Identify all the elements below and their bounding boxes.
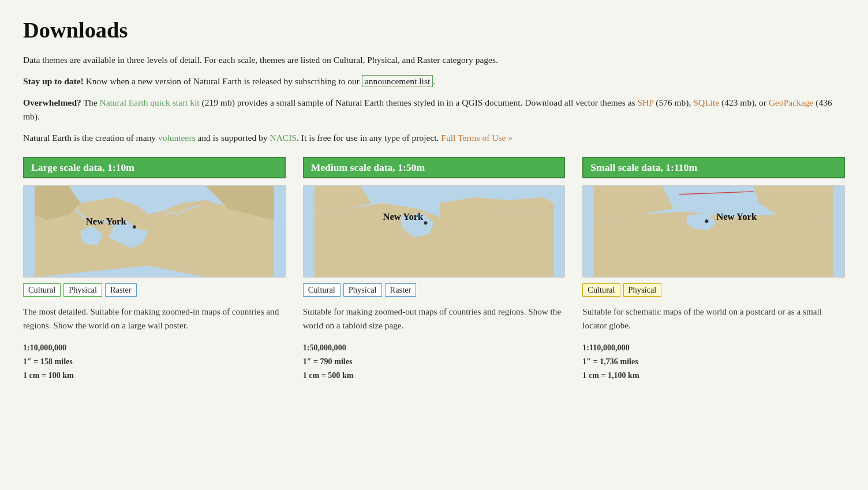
small-scale-tags: Cultural Physical [582,283,845,297]
small-scale-stats: 1:110,000,000 1″ = 1,736 miles 1 cm = 1,… [582,341,845,383]
small-physical-tag[interactable]: Physical [623,283,662,297]
volunteers-link[interactable]: volunteers [158,133,196,143]
svg-text:New York: New York [86,216,127,227]
svg-text:New York: New York [383,211,424,222]
large-scale-stats: 1:10,000,000 1″ = 158 miles 1 cm = 100 k… [23,341,286,383]
svg-point-15 [424,221,427,225]
medium-scale-stats: 1:50,000,000 1″ = 790 miles 1 cm = 500 k… [303,341,566,383]
svg-text:New York: New York [717,211,758,222]
small-scale-header: Small scale data, 1:110m [582,157,845,178]
sqlite-link[interactable]: SQLite [693,98,719,107]
svg-point-23 [705,219,709,223]
medium-scale-tags: Cultural Physical Raster [303,283,566,297]
large-raster-tag[interactable]: Raster [105,283,137,297]
large-scale-map: New York [23,185,286,278]
small-scale-map: New York [582,185,845,278]
intro-paragraph-overwhelmed: Overwhelmed? The Natural Earth quick sta… [23,96,845,125]
terms-link[interactable]: Full Terms of Use » [441,133,512,143]
medium-scale-description: Suitable for making zoomed-out maps of c… [303,305,566,332]
large-scale-tags: Cultural Physical Raster [23,283,286,297]
large-scale-column: Large scale data, 1:10m [23,157,286,383]
quickstart-link[interactable]: Natural Earth quick start kit [99,98,199,107]
stay-bold-label: Stay up to date! [23,76,84,86]
large-physical-tag[interactable]: Physical [63,283,102,297]
scale-columns: Large scale data, 1:10m [23,157,845,383]
large-cultural-tag[interactable]: Cultural [23,283,61,297]
geopackage-link[interactable]: GeoPackage [769,98,814,107]
small-cultural-tag[interactable]: Cultural [582,283,620,297]
small-scale-description: Suitable for schematic maps of the world… [582,305,845,332]
intro-paragraph-stay: Stay up to date! Know when a new version… [23,74,845,89]
large-scale-header: Large scale data, 1:10m [23,157,286,178]
large-scale-description: The most detailed. Suitable for making z… [23,305,286,332]
medium-scale-header: Medium scale data, 1:50m [303,157,566,178]
medium-scale-map: New York [303,185,566,278]
medium-cultural-tag[interactable]: Cultural [303,283,341,297]
medium-scale-column: Medium scale data, 1:50m New York Cultur… [303,157,566,383]
small-scale-column: Small scale data, 1:110m New York Cultur… [582,157,845,383]
shp-link[interactable]: SHP [637,98,653,107]
overwhelmed-bold-label: Overwhelmed? [23,98,81,107]
page-title: Downloads [23,17,845,43]
nacis-link[interactable]: NACIS [270,133,297,143]
announcement-list-link[interactable]: announcement list [362,75,433,87]
svg-point-7 [133,225,136,229]
medium-physical-tag[interactable]: Physical [343,283,382,297]
medium-raster-tag[interactable]: Raster [385,283,417,297]
intro-paragraph-1: Data themes are available in three level… [23,53,845,68]
intro-paragraph-creation: Natural Earth is the creation of many vo… [23,131,845,145]
